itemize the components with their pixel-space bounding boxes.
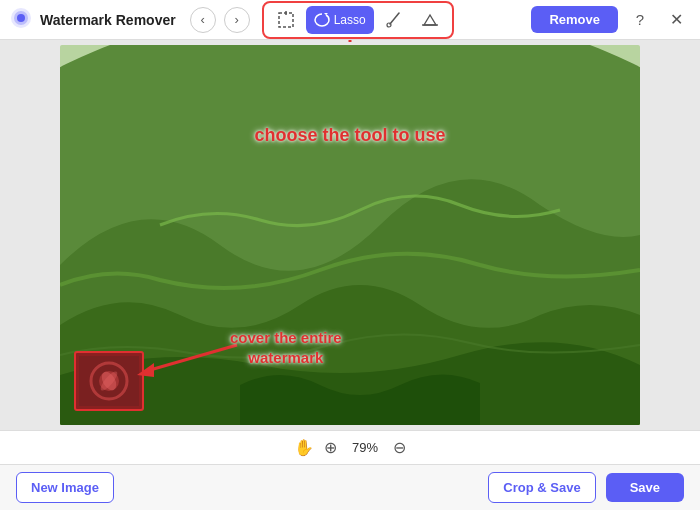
arrow-left-icon	[132, 335, 242, 385]
forward-button[interactable]: ›	[224, 7, 250, 33]
brush-icon	[385, 11, 403, 29]
title-bar: Watermark Remover ‹ › Lasso	[0, 0, 700, 40]
app-logo	[10, 7, 32, 33]
app-title: Watermark Remover	[40, 12, 176, 28]
save-button[interactable]: Save	[606, 473, 684, 502]
zoom-in-icon[interactable]: ⊕	[324, 438, 337, 457]
brush-tool-button[interactable]	[378, 6, 410, 34]
close-icon: ✕	[670, 10, 683, 29]
svg-line-18	[150, 345, 237, 370]
remove-button[interactable]: Remove	[531, 6, 618, 33]
canvas-area: choose the tool to use cover the entire …	[0, 40, 700, 430]
new-image-button[interactable]: New Image	[16, 472, 114, 503]
crop-save-button[interactable]: Crop & Save	[488, 472, 595, 503]
zoom-bar: ✋ ⊕ 79% ⊖	[0, 430, 700, 464]
footer-bar: New Image Crop & Save Save	[0, 464, 700, 510]
help-button[interactable]: ?	[626, 6, 654, 34]
eraser-tool-button[interactable]	[414, 6, 446, 34]
marquee-icon	[277, 11, 295, 29]
zoom-out-icon[interactable]: ⊖	[393, 438, 406, 457]
svg-marker-19	[137, 363, 154, 377]
svg-point-2	[17, 14, 25, 22]
svg-line-5	[390, 13, 399, 24]
svg-rect-3	[279, 13, 293, 27]
help-icon: ?	[636, 11, 644, 28]
lasso-icon	[314, 12, 330, 28]
pan-tool-icon[interactable]: ✋	[294, 438, 314, 457]
arrow-up-icon	[330, 40, 370, 47]
close-button[interactable]: ✕	[662, 6, 690, 34]
marquee-tool-button[interactable]	[270, 6, 302, 34]
back-button[interactable]: ‹	[190, 7, 216, 33]
zoom-level: 79%	[347, 440, 383, 455]
lasso-tool-button[interactable]: Lasso	[306, 6, 374, 34]
svg-point-6	[387, 23, 391, 27]
forward-icon: ›	[234, 12, 238, 27]
tool-group: Lasso	[262, 1, 454, 39]
image-container[interactable]: choose the tool to use cover the entire …	[60, 45, 640, 425]
back-icon: ‹	[200, 12, 204, 27]
annotation-bottom-text: cover the entire watermark	[230, 328, 342, 367]
annotation-top-text: choose the tool to use	[254, 125, 445, 146]
lasso-label: Lasso	[334, 13, 366, 27]
svg-marker-7	[424, 15, 436, 25]
footer-right-actions: Crop & Save Save	[488, 472, 684, 503]
eraser-icon	[421, 11, 439, 29]
